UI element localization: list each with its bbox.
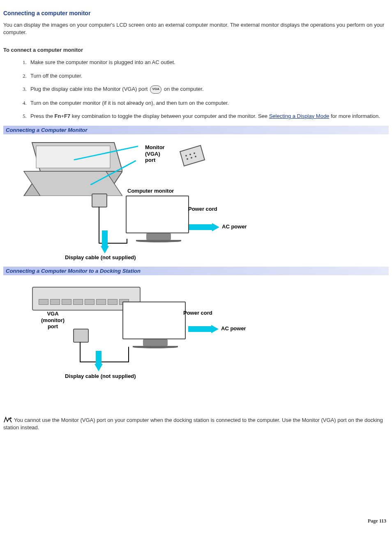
step-2: Turn off the computer.	[28, 72, 389, 80]
note-icon	[3, 417, 12, 423]
svg-point-7	[194, 152, 195, 154]
label-display-cable: Display cable (not supplied)	[65, 254, 136, 261]
label-power-cord: Power cord	[188, 206, 217, 212]
label-power-cord-2: Power cord	[183, 310, 212, 316]
figure2-caption: Connecting a Computer Monitor to a Docki…	[3, 267, 389, 275]
svg-point-5	[185, 155, 187, 157]
figure1-diagram: Monitor (VGA) port Computer monitor Powe…	[3, 136, 266, 263]
figure2-diagram: VGA (monitor) port Power cord AC power D…	[3, 277, 266, 388]
intro-paragraph: You can display the images on your compu…	[3, 21, 389, 36]
monitor-icon	[126, 196, 191, 241]
label-ac-power-2: AC power	[221, 325, 246, 332]
label-vga-port: Monitor (VGA) port	[145, 144, 165, 164]
section-title: Connecting a computer monitor	[3, 10, 389, 16]
svg-point-11	[10, 417, 12, 419]
key-f7: F7	[64, 113, 70, 119]
svg-rect-3	[36, 146, 110, 168]
vga-port-icon: VGA	[150, 85, 161, 94]
step-5-text-a: Press the	[30, 113, 55, 119]
note-text: You cannot use the Monitor (VGA) port on…	[3, 417, 383, 431]
key-plus: +	[61, 113, 64, 119]
label-vga-port-dock: VGA (monitor) port	[41, 311, 65, 330]
step-1: Make sure the computer monitor is plugge…	[28, 59, 389, 66]
vga-connector-icon	[176, 143, 209, 168]
step-5-text-c: for more information.	[329, 113, 380, 119]
svg-point-8	[187, 158, 188, 160]
procedure-heading: To connect a computer monitor	[3, 47, 389, 53]
monitor-icon-2	[122, 302, 188, 347]
step-5: Press the Fn+F7 key combination to toggl…	[28, 113, 389, 120]
svg-point-6	[189, 154, 191, 155]
svg-point-9	[191, 157, 192, 159]
step-5-text-b: key combination to toggle the display be…	[70, 113, 269, 119]
figure1-caption: Connecting a Computer Monitor	[3, 126, 389, 134]
step-3: Plug the display cable into the Monitor …	[28, 85, 389, 94]
step-3-text-b: on the computer.	[164, 86, 204, 92]
laptop-icon	[20, 138, 122, 196]
step-3-text-a: Plug the display cable into the Monitor …	[30, 86, 149, 92]
note-paragraph: You cannot use the Monitor (VGA) port on…	[3, 417, 389, 431]
steps-list: Make sure the computer monitor is plugge…	[3, 59, 389, 120]
step-4: Turn on the computer monitor (if it is n…	[28, 99, 389, 107]
vga-plug-icon	[92, 193, 107, 207]
svg-marker-4	[180, 145, 205, 166]
vga-plug-icon-2	[73, 329, 89, 343]
label-display-cable-2: Display cable (not supplied)	[65, 373, 136, 380]
label-computer-monitor: Computer monitor	[127, 188, 174, 194]
link-selecting-display-mode[interactable]: Selecting a Display Mode	[269, 113, 330, 119]
label-ac-power: AC power	[222, 223, 247, 230]
key-fn: Fn	[55, 113, 61, 119]
svg-point-10	[195, 156, 196, 157]
